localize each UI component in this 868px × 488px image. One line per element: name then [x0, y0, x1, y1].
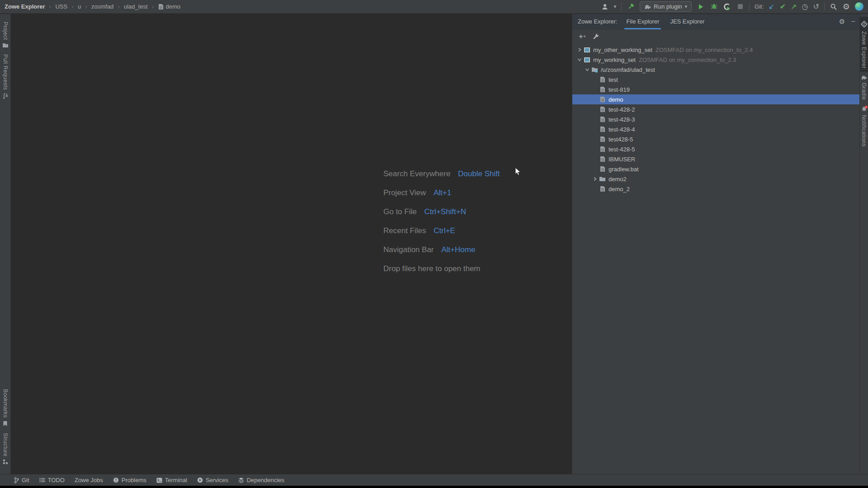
sidebar-item-gradle[interactable]: Gradle: [861, 72, 867, 103]
tab-jes-explorer[interactable]: JES Explorer: [665, 14, 710, 29]
status-item-terminal[interactable]: Terminal: [151, 477, 192, 483]
toolbar-divider: [749, 3, 750, 10]
shortcut-hint-row: Recent Files Ctrl+E: [383, 221, 500, 240]
shortcut-label: Project View: [383, 188, 426, 197]
tree-row[interactable]: IBMUSER: [572, 154, 859, 164]
breadcrumb-root[interactable]: Zowe Explorer: [5, 3, 45, 10]
git-commit-icon[interactable]: ✔: [780, 3, 786, 10]
settings-gear-icon[interactable]: ⚙: [843, 3, 850, 11]
shortcut-label: Recent Files: [383, 226, 426, 235]
breadcrumb-item-zosmfad[interactable]: zosmfad: [91, 3, 113, 10]
sidebar-item-label: Structure: [3, 433, 8, 456]
tree-row[interactable]: my_working_set ZOSMFAD on my_connection_…: [572, 55, 859, 65]
tree-row[interactable]: /u/zosmfad/ulad_test: [572, 65, 859, 75]
breadcrumb-item-u[interactable]: u: [78, 3, 81, 10]
breadcrumb-item-ulad-test[interactable]: ulad_test: [124, 3, 148, 10]
chevron-icon[interactable]: [591, 185, 599, 192]
bookmark-icon: [3, 421, 8, 427]
chevron-icon[interactable]: [576, 56, 583, 63]
shortcut-hint-row: Project View Alt+1: [383, 183, 500, 202]
status-item-git[interactable]: Git: [9, 477, 34, 483]
file-icon: [158, 4, 164, 10]
tree-row[interactable]: my_other_working_set ZOSMFAD on my_conne…: [572, 45, 859, 55]
add-icon[interactable]: +▾: [579, 33, 585, 40]
sidebar-item-project[interactable]: Project: [2, 19, 9, 51]
chevron-icon[interactable]: [591, 76, 599, 83]
tree-item-detail: ZOSMFAD on my_connection_to_2.3: [639, 56, 736, 63]
settings-gear-icon[interactable]: ⚙: [839, 18, 845, 26]
status-item-todo[interactable]: TODO: [34, 477, 70, 483]
tree-row[interactable]: test-428-2: [572, 104, 859, 114]
git-update-icon[interactable]: ↙: [769, 3, 774, 10]
user-icon[interactable]: [601, 3, 609, 11]
sidebar-item-zowe-explorer[interactable]: Z Zowe Explorer: [860, 17, 868, 72]
chevron-down-icon: ▾: [614, 4, 617, 9]
zowe-icon: Z: [860, 21, 868, 28]
search-icon[interactable]: [830, 3, 838, 11]
problems-icon: [113, 477, 119, 483]
tree-item-label: test-428-4: [609, 126, 635, 133]
chevron-icon[interactable]: [591, 145, 599, 153]
chevron-icon[interactable]: [591, 136, 599, 143]
run-configuration-label: Run plugin: [654, 3, 682, 10]
tree-row[interactable]: test-428-3: [572, 114, 859, 124]
tree-row[interactable]: test-819: [572, 84, 859, 94]
chevron-icon[interactable]: [591, 175, 599, 183]
chevron-icon[interactable]: [591, 155, 599, 163]
status-item-problems[interactable]: Problems: [108, 477, 151, 483]
shortcut-label: Search Everywhere: [383, 169, 450, 178]
sidebar-item-notifications[interactable]: Notifications: [861, 103, 867, 150]
status-item-dependencies[interactable]: Dependencies: [233, 477, 289, 483]
sidebar-item-bookmarks[interactable]: Bookmarks: [3, 386, 8, 430]
file-icon: [599, 116, 606, 123]
chevron-icon[interactable]: [584, 66, 591, 73]
chevron-icon[interactable]: [591, 86, 599, 93]
tree-row[interactable]: gradlew.bat: [572, 164, 859, 174]
sidebar-item-structure[interactable]: Structure: [3, 430, 8, 468]
tree-row[interactable]: test428-5: [572, 134, 859, 144]
tree-row[interactable]: demo: [572, 94, 859, 104]
tree-item-label: test428-5: [609, 136, 633, 143]
debug-icon[interactable]: [710, 3, 718, 11]
shortcut-keys: Alt+Home: [441, 245, 475, 254]
tree-row[interactable]: demo_2: [572, 184, 859, 194]
status-item-label: Dependencies: [247, 477, 284, 483]
tree-row[interactable]: test: [572, 75, 859, 84]
status-item-services[interactable]: Services: [192, 477, 233, 483]
working-set-icon: [583, 46, 591, 53]
tree-item-label: my_other_working_set: [593, 47, 652, 53]
tab-file-explorer[interactable]: File Explorer: [621, 14, 665, 29]
tree-row[interactable]: test-428-4: [572, 124, 859, 134]
chevron-icon[interactable]: [591, 96, 599, 103]
chevron-icon[interactable]: [591, 165, 599, 173]
sidebar-item-label: Bookmarks: [3, 389, 8, 418]
run-icon[interactable]: [697, 3, 705, 11]
chevron-icon[interactable]: [576, 46, 583, 53]
file-icon: [599, 106, 606, 113]
rollback-icon[interactable]: ↺: [813, 3, 819, 10]
toolbar-divider: [621, 3, 622, 10]
tree-row[interactable]: demo2: [572, 174, 859, 184]
status-item-zowe-jobs[interactable]: Zowe Jobs: [70, 477, 108, 483]
git-push-icon[interactable]: ↗: [791, 3, 797, 10]
sidebar-item-pull-requests[interactable]: Pull Requests: [2, 51, 9, 102]
breadcrumb-item-uss[interactable]: USS: [55, 3, 67, 10]
build-hammer-icon[interactable]: [627, 3, 635, 11]
breadcrumb: Zowe Explorer › USS › u › zosmfad › ulad…: [5, 3, 180, 10]
ide-avatar-icon[interactable]: [855, 2, 863, 11]
chevron-down-icon: ▾: [685, 4, 688, 9]
run-configuration-select[interactable]: Run plugin ▾: [640, 1, 692, 12]
sidebar-item-label: Pull Requests: [3, 54, 8, 90]
status-item-label: Problems: [122, 477, 146, 483]
tools-wrench-icon[interactable]: [593, 33, 599, 40]
chevron-icon[interactable]: [591, 116, 599, 123]
tool-window-title: Zowe Explorer:: [577, 18, 621, 25]
tree-row[interactable]: test-428-5: [572, 144, 859, 154]
chevron-icon[interactable]: [591, 106, 599, 113]
sidebar-item-label: Gradle: [861, 83, 867, 100]
breadcrumb-separator: ›: [152, 4, 154, 10]
profiler-icon[interactable]: [723, 3, 731, 11]
breadcrumb-file[interactable]: demo: [158, 3, 181, 10]
minimize-icon[interactable]: ─: [851, 18, 855, 25]
chevron-icon[interactable]: [591, 126, 599, 133]
